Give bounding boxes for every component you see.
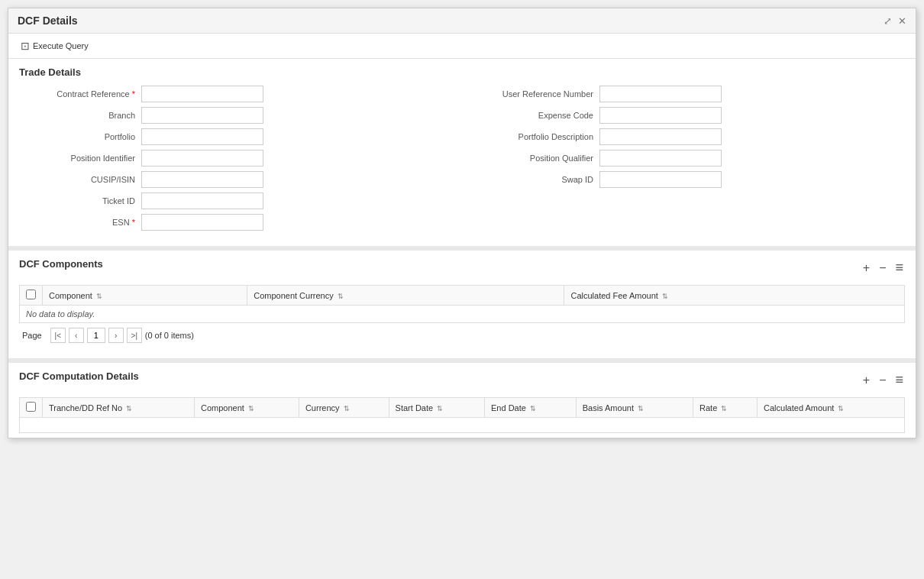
dcf-components-pagination: Page |< ‹ › >| (0 of 0 items) <box>19 323 905 348</box>
dcf-computation-col-basis-amount[interactable]: Basis Amount ⇅ <box>576 398 693 418</box>
position-qualifier-input[interactable] <box>599 150 722 167</box>
contract-reference-input[interactable] <box>141 86 263 102</box>
form-right-column: User Reference Number Expense Code Portf… <box>477 86 905 235</box>
portfolio-description-input[interactable] <box>599 128 722 145</box>
dcf-components-no-data-cell: No data to display. <box>20 306 905 323</box>
dcf-computation-header: DCF Computation Details + − ≡ <box>19 370 905 390</box>
branch-row: Branch <box>19 107 447 124</box>
dcf-components-table: Component ⇅ Component Currency ⇅ Calcula… <box>19 285 905 323</box>
dcf-components-col-fee[interactable]: Calculated Fee Amount ⇅ <box>564 286 905 306</box>
cusip-isin-label: CUSIP/ISIN <box>19 175 141 184</box>
position-identifier-input[interactable] <box>141 150 263 167</box>
ticket-id-label: Ticket ID <box>19 196 141 205</box>
portfolio-input[interactable] <box>141 128 263 145</box>
last-page-button[interactable]: >| <box>127 328 142 343</box>
dcf-computation-title: DCF Computation Details <box>19 370 139 382</box>
portfolio-label: Portfolio <box>19 132 141 141</box>
dcf-computation-checkbox-header <box>20 398 43 418</box>
dcf-computation-col-basis-amount-label: Basis Amount <box>583 403 634 412</box>
dcf-computation-col-start-date-label: Start Date <box>396 403 434 412</box>
execute-query-button[interactable]: ⊡ Execute Query <box>18 38 92 53</box>
dcf-computation-col-component-label: Component <box>201 403 244 412</box>
expense-code-label: Expense Code <box>477 111 599 120</box>
user-reference-row: User Reference Number <box>477 86 905 102</box>
esn-input[interactable] <box>141 214 263 231</box>
dcf-computation-empty-row <box>20 418 905 433</box>
portfolio-description-label: Portfolio Description <box>477 132 599 141</box>
prev-page-button[interactable]: ‹ <box>69 328 84 343</box>
branch-input[interactable] <box>141 107 263 124</box>
dcf-computation-col-component[interactable]: Component ⇅ <box>194 398 299 418</box>
dcf-computation-col-end-date[interactable]: End Date ⇅ <box>485 398 577 418</box>
user-reference-input[interactable] <box>599 86 722 102</box>
dcf-computation-actions: + − ≡ <box>861 372 905 388</box>
user-reference-label: User Reference Number <box>477 89 599 99</box>
esn-label: ESN <box>19 218 141 227</box>
calculated-amount-sort-icon: ⇅ <box>838 405 844 412</box>
ticket-id-input[interactable] <box>141 192 263 209</box>
dcf-components-settings-button[interactable]: ≡ <box>893 260 905 276</box>
dcf-computation-col-calculated-amount[interactable]: Calculated Amount ⇅ <box>758 398 905 418</box>
dcf-components-table-wrapper: Component ⇅ Component Currency ⇅ Calcula… <box>19 285 905 323</box>
basis-amount-sort-icon: ⇅ <box>638 405 644 412</box>
dcf-components-col-currency[interactable]: Component Currency ⇅ <box>247 286 564 306</box>
cusip-isin-row: CUSIP/ISIN <box>19 171 447 188</box>
dcf-components-add-button[interactable]: + <box>861 261 871 275</box>
swap-id-label: Swap ID <box>477 175 599 184</box>
dcf-computation-select-all[interactable] <box>26 402 36 412</box>
close-icon[interactable]: ✕ <box>898 15 906 27</box>
position-qualifier-label: Position Qualifier <box>477 154 599 163</box>
swap-id-input[interactable] <box>599 171 722 188</box>
dcf-computation-col-currency-label: Currency <box>305 403 340 412</box>
dcf-computation-table-wrapper: Tranche/DD Ref No ⇅ Component ⇅ Currency… <box>19 397 905 433</box>
dcf-components-col-component[interactable]: Component ⇅ <box>43 286 247 306</box>
esn-row: ESN <box>19 214 447 231</box>
execute-query-label: Execute Query <box>33 41 89 50</box>
next-page-button[interactable]: › <box>108 328 124 343</box>
dcf-components-select-all[interactable] <box>26 290 36 299</box>
calculated-fee-sort-icon: ⇅ <box>662 293 668 300</box>
contract-reference-row: Contract Reference <box>19 86 447 102</box>
dcf-computation-col-start-date[interactable]: Start Date ⇅ <box>389 398 484 418</box>
first-page-button[interactable]: |< <box>50 328 66 343</box>
dcf-computation-remove-button[interactable]: − <box>877 374 887 387</box>
dcf-computation-col-tranche[interactable]: Tranche/DD Ref No ⇅ <box>43 398 195 418</box>
trade-details-title: Trade Details <box>19 66 905 78</box>
window-title: DCF Details <box>18 15 78 27</box>
page-number-input[interactable] <box>87 328 105 343</box>
comp-component-sort-icon: ⇅ <box>248 405 254 412</box>
dcf-computation-col-currency[interactable]: Currency ⇅ <box>299 398 389 418</box>
dcf-components-table-header: Component ⇅ Component Currency ⇅ Calcula… <box>20 286 905 306</box>
resize-icon[interactable]: ⤢ <box>884 15 892 27</box>
dcf-components-section: DCF Components + − ≡ Component ⇅ <box>8 251 916 363</box>
ticket-id-row: Ticket ID <box>19 192 447 209</box>
dcf-components-no-data-row: No data to display. <box>20 306 905 323</box>
dcf-components-remove-button[interactable]: − <box>877 261 887 275</box>
dcf-components-actions: + − ≡ <box>861 260 905 276</box>
dcf-components-checkbox-header <box>20 286 43 306</box>
dcf-computation-settings-button[interactable]: ≡ <box>893 372 905 388</box>
main-window: DCF Details ⤢ ✕ ⊡ Execute Query Trade De… <box>8 8 916 438</box>
form-left-column: Contract Reference Branch Portfolio Posi… <box>19 86 447 235</box>
position-identifier-label: Position Identifier <box>19 154 141 163</box>
dcf-components-no-data-text: No data to display. <box>26 309 95 319</box>
execute-query-icon: ⊡ <box>21 40 30 52</box>
trade-details-form: Contract Reference Branch Portfolio Posi… <box>19 86 905 235</box>
dcf-computation-col-rate[interactable]: Rate ⇅ <box>693 398 758 418</box>
dcf-computation-col-tranche-label: Tranche/DD Ref No <box>49 403 122 412</box>
tranche-sort-icon: ⇅ <box>126 405 132 412</box>
start-date-sort-icon: ⇅ <box>437 405 443 412</box>
dcf-computation-add-button[interactable]: + <box>861 374 871 387</box>
expense-code-row: Expense Code <box>477 107 905 124</box>
component-sort-icon: ⇅ <box>96 293 102 300</box>
expense-code-input[interactable] <box>599 107 722 124</box>
cusip-isin-input[interactable] <box>141 171 263 188</box>
dcf-computation-table: Tranche/DD Ref No ⇅ Component ⇅ Currency… <box>19 397 905 433</box>
dcf-computation-empty-cell <box>20 418 905 433</box>
portfolio-row: Portfolio <box>19 128 447 145</box>
portfolio-description-row: Portfolio Description <box>477 128 905 145</box>
window-controls: ⤢ ✕ <box>884 15 906 27</box>
dcf-computation-col-rate-label: Rate <box>699 403 717 412</box>
dcf-computation-section: DCF Computation Details + − ≡ Tranche/DD… <box>8 363 916 438</box>
dcf-computation-table-header: Tranche/DD Ref No ⇅ Component ⇅ Currency… <box>20 398 905 418</box>
